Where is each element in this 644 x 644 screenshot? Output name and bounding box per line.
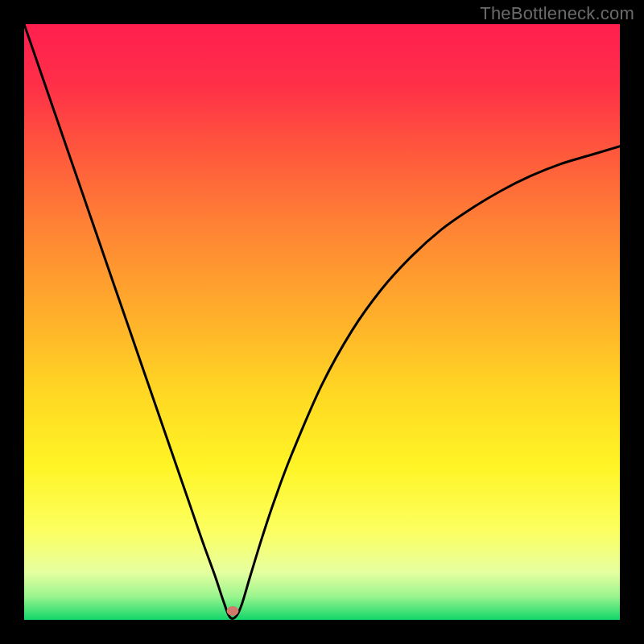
gradient-background (24, 24, 620, 620)
plot-area (24, 24, 620, 620)
bottleneck-chart (24, 24, 620, 620)
watermark-text: TheBottleneck.com (480, 3, 634, 24)
optimal-point-marker (227, 606, 239, 616)
chart-frame: TheBottleneck.com (0, 0, 644, 644)
